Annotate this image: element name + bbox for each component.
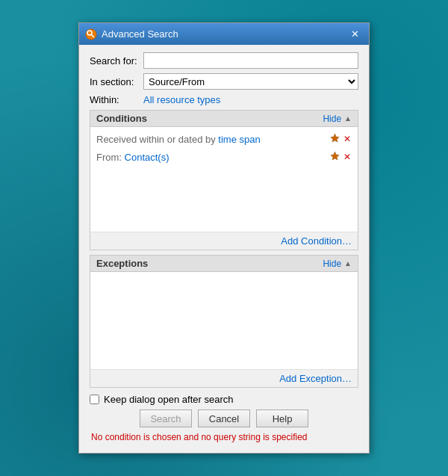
condition-delete-btn-2[interactable]: ✕ [343,151,352,163]
dialog-title: Advanced Search [102,28,178,40]
advanced-search-dialog: Advanced Search ✕ Search for: In section… [78,22,370,454]
cancel-button[interactable]: Cancel [198,409,250,427]
title-bar-left: Advanced Search [85,28,178,40]
search-for-label: Search for: [90,55,143,67]
in-section-dropdown[interactable]: Source/From [143,73,358,90]
exceptions-chevron-icon: ▲ [344,259,352,268]
conditions-chevron-icon: ▲ [344,114,352,123]
close-button[interactable]: ✕ [347,28,363,40]
title-bar: Advanced Search ✕ [79,23,369,45]
within-label: Within: [90,94,143,105]
svg-marker-3 [331,134,339,142]
search-input[interactable] [143,52,358,69]
condition-row-2: From: Contact(s) ✕ [90,148,358,166]
condition-actions-1: ✕ [329,132,352,146]
condition-actions-2: ✕ [329,150,352,164]
condition-delete-btn-1[interactable]: ✕ [343,133,352,145]
add-exception-btn[interactable]: Add Exception… [90,369,358,387]
button-row: Search Cancel Help [90,409,358,427]
help-button[interactable]: Help [256,409,308,427]
keep-open-checkbox[interactable] [90,395,99,404]
condition-text-1: Received within or dated by time span [96,134,329,145]
conditions-content: Received within or dated by time span ✕ [90,127,358,232]
conditions-title: Conditions [96,113,147,124]
conditions-header: Conditions Hide ▲ [90,111,358,127]
condition-row-1: Received within or dated by time span ✕ [90,130,358,148]
conditions-hide-btn[interactable]: Hide ▲ [323,114,352,124]
exceptions-content [90,272,358,369]
dialog-icon [85,28,97,40]
svg-marker-4 [331,152,339,160]
condition-prefix-2: From: [96,152,125,163]
in-section-label: In section: [90,76,143,87]
condition-pin-btn-2[interactable] [329,150,340,164]
condition-pin-btn-1[interactable] [329,132,340,146]
within-row: Within: All resource types [90,94,358,105]
condition-timespan-link[interactable]: time span [218,134,260,145]
exceptions-hide-btn[interactable]: Hide ▲ [323,259,352,269]
error-message: No condition is chosen and no query stri… [90,432,358,445]
keep-open-label: Keep dialog open after search [104,394,233,405]
conditions-hide-label: Hide [323,114,341,124]
within-link[interactable]: All resource types [143,94,220,105]
condition-contacts-link[interactable]: Contact(s) [125,152,169,163]
in-section-row: In section: Source/From [90,73,358,90]
exceptions-section: Exceptions Hide ▲ Add Exception… [90,255,358,388]
conditions-section: Conditions Hide ▲ Received within or dat… [90,110,358,250]
add-condition-btn[interactable]: Add Condition… [90,232,358,250]
dialog-body: Search for: In section: Source/From With… [79,45,369,453]
keep-open-row: Keep dialog open after search [90,394,358,405]
exceptions-hide-label: Hide [323,259,341,269]
search-for-row: Search for: [90,52,358,69]
condition-text-2: From: Contact(s) [96,152,329,163]
exceptions-title: Exceptions [96,258,148,269]
condition-prefix-1: Received within or dated by [96,134,218,145]
add-exception-label: Add Exception… [279,373,352,384]
search-button[interactable]: Search [140,409,192,427]
add-condition-label: Add Condition… [281,235,352,247]
exceptions-header: Exceptions Hide ▲ [90,256,358,272]
